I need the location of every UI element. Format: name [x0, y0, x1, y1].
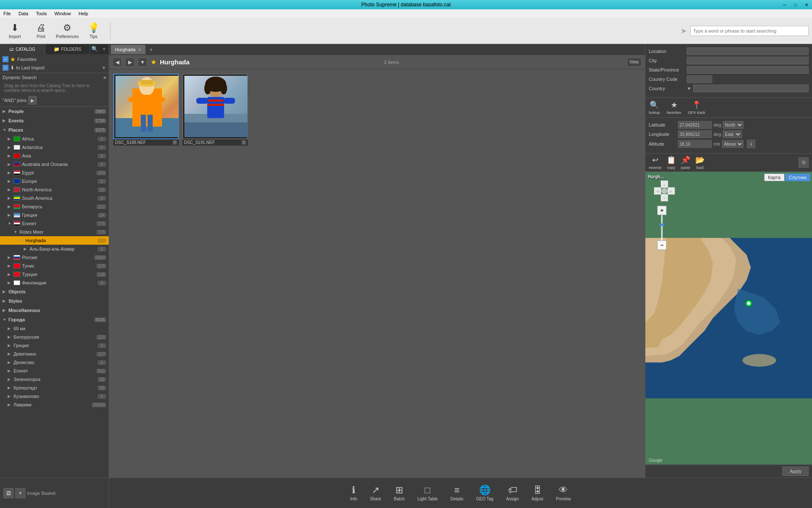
tree-turkey[interactable]: ▶ Турция 138: [0, 270, 109, 279]
adjust-tool[interactable]: 🎛 Adjust: [532, 485, 543, 501]
nav-south-button[interactable]: ▼: [661, 194, 668, 202]
favorites-check[interactable]: ✓: [3, 56, 8, 62]
last-import-row[interactable]: ✓ ⬇ In Last Import ▼: [0, 64, 109, 72]
minimize-button[interactable]: ─: [779, 0, 790, 9]
tree-south-america[interactable]: ▶ South America 0: [0, 194, 109, 202]
tree-egipet2[interactable]: ▶ Египет 541: [0, 367, 109, 375]
back-button[interactable]: ◀: [112, 58, 122, 67]
tab-folders[interactable]: 📁 FOLDERS: [45, 44, 91, 54]
view-button[interactable]: View: [627, 58, 642, 67]
tree-egypt2[interactable]: ▼ Египет 775: [0, 219, 109, 228]
menu-window[interactable]: Window: [53, 11, 73, 16]
latitude-direction-select[interactable]: North South: [723, 121, 743, 129]
load-button[interactable]: 📂 load: [695, 155, 705, 170]
tips-button[interactable]: 💡 Tips: [82, 19, 105, 42]
section-people[interactable]: ▶ People 7860: [0, 107, 109, 116]
country-code-input[interactable]: [687, 75, 712, 83]
tree-africa[interactable]: ▶ Africa 5: [0, 135, 109, 143]
section-styles[interactable]: ▶ Styles: [0, 296, 109, 306]
tree-antarctica[interactable]: ▶ Antarctica 0: [0, 143, 109, 152]
section-events[interactable]: ▶ Events 1726: [0, 116, 109, 125]
print-button[interactable]: 🖨 Print: [30, 19, 52, 42]
search-input[interactable]: [690, 26, 809, 36]
section-places[interactable]: ▼ Places 1075: [0, 125, 109, 135]
country-input[interactable]: [693, 85, 809, 92]
light-table-tool[interactable]: □ Light Table: [417, 485, 438, 501]
tree-al-bahr[interactable]: ▶ Аль-Бахр-аль-Ахмар 2: [0, 245, 109, 253]
zoom-out-button[interactable]: −: [657, 240, 667, 250]
altitude-ref-select[interactable]: Above Below: [722, 140, 743, 148]
basket-icon-button[interactable]: 🖼: [3, 488, 14, 498]
tree-russia[interactable]: ▶ Россия 5060: [0, 253, 109, 262]
copy-button[interactable]: 📋 copy: [667, 155, 676, 170]
import-button[interactable]: ⬇ Import: [3, 19, 26, 42]
favorites-row[interactable]: ✓ ★ Favorites: [0, 55, 109, 64]
search-catalog-button[interactable]: 🔍: [90, 44, 99, 53]
section-goroda[interactable]: ▼ Города 9425: [0, 315, 109, 324]
longitude-direction-select[interactable]: East West: [723, 130, 742, 138]
tree-kuzmolov[interactable]: ▶ Кузьмолово 5: [0, 392, 109, 400]
tree-kronshtadt[interactable]: ▶ Кронштадт 50: [0, 384, 109, 392]
altitude-input[interactable]: [678, 140, 712, 148]
geo-tag-tool[interactable]: 🌐 GEO Tag: [476, 485, 494, 501]
tab-hurghada[interactable]: Hurghada ✕: [111, 45, 145, 54]
preview-tool[interactable]: 👁 Preview: [556, 485, 571, 501]
tree-greece[interactable]: ▶ Греция 24: [0, 211, 109, 219]
tree-lavriki[interactable]: ▶ Лаврики 20254: [0, 400, 109, 409]
tree-asia[interactable]: ▶ Asia 0: [0, 152, 109, 160]
latitude-input[interactable]: [678, 121, 712, 129]
close-button[interactable]: ✕: [801, 0, 812, 9]
info-tool[interactable]: ℹ Info: [350, 485, 357, 501]
nav-west-button[interactable]: ◀: [654, 187, 661, 195]
zoom-track[interactable]: [661, 215, 663, 240]
apply-button[interactable]: Apply: [782, 467, 809, 476]
tree-finland[interactable]: ▶ Финляндия 0: [0, 279, 109, 287]
tree-belarus[interactable]: ▶ Беларусь 112: [0, 202, 109, 211]
last-import-check[interactable]: ✓: [3, 65, 8, 71]
gpx-track-button[interactable]: 📍 GPX track: [688, 100, 705, 115]
section-objects[interactable]: ▶ Objects: [0, 287, 109, 296]
forward-icon[interactable]: ➤: [680, 26, 687, 36]
batch-tool[interactable]: ⊞ Batch: [394, 485, 405, 501]
paste-button[interactable]: 📌 paste: [681, 155, 690, 170]
longitude-input[interactable]: [678, 130, 712, 138]
tree-belorussia[interactable]: ▶ Белоруссия 119: [0, 333, 109, 341]
map-area[interactable]: Карта Спутник: [645, 172, 812, 464]
maximize-button[interactable]: □: [790, 0, 801, 9]
tree-north-america[interactable]: ▶ North America 10: [0, 185, 109, 194]
tree-tunisia[interactable]: ▶ Тунис 115: [0, 262, 109, 270]
section-miscellaneous[interactable]: ▶ Miscellaneous: [0, 306, 109, 315]
tree-denisovo[interactable]: ▶ Денисово 0: [0, 358, 109, 367]
tree-australia[interactable]: ▶ Australia and Oceania 0: [0, 160, 109, 168]
basket-dropdown-button[interactable]: ▼: [15, 488, 25, 498]
lookup-button[interactable]: 🔍 lookup: [649, 100, 660, 115]
photo-thumb-2[interactable]: DSC_S191.NEF 2: [182, 74, 248, 146]
reverse-button[interactable]: ↩ reverse: [649, 155, 661, 170]
add-tab-button[interactable]: +: [146, 45, 156, 54]
altitude-info-button[interactable]: ℹ: [747, 140, 755, 148]
nav-center-button[interactable]: [661, 188, 667, 194]
geo-favorites-button[interactable]: ★ favorites: [667, 100, 681, 115]
map-carta-button[interactable]: Карта: [764, 174, 784, 181]
share-tool[interactable]: ↗ Share: [370, 485, 381, 501]
forward-button[interactable]: ▶: [125, 58, 134, 67]
tree-egypt[interactable]: ▶ Egypt 103: [0, 168, 109, 177]
tree-grecia2[interactable]: ▶ Греция 0: [0, 341, 109, 350]
tab-catalog[interactable]: 🗂 CATALOG: [0, 44, 45, 54]
details-tool[interactable]: ≡ Details: [450, 485, 464, 501]
play-button[interactable]: ▶: [28, 96, 37, 105]
menu-file[interactable]: File: [2, 11, 13, 16]
tree-rotes-meer[interactable]: ▼ Rotes Meer 775: [0, 228, 109, 236]
map-sputnik-button[interactable]: Спутник: [785, 174, 810, 181]
tree-devyatkino[interactable]: ▶ Девяткино 117: [0, 350, 109, 358]
tree-hurghada[interactable]: ▼ Hurghada 2: [0, 236, 109, 245]
menu-help[interactable]: Help: [77, 11, 90, 16]
zoom-thumb[interactable]: [660, 224, 664, 226]
nav-east-button[interactable]: ▶: [667, 187, 675, 195]
tree-zelenogorsk[interactable]: ▶ Зеленогорск 20: [0, 375, 109, 384]
settings-button[interactable]: ⚙: [798, 157, 809, 168]
photo-thumb-1[interactable]: DSC_S189.NEF 2: [113, 74, 179, 146]
star-button[interactable]: ★: [151, 58, 156, 66]
tab-close-icon[interactable]: ✕: [138, 47, 141, 52]
zoom-in-button[interactable]: +: [657, 206, 667, 215]
